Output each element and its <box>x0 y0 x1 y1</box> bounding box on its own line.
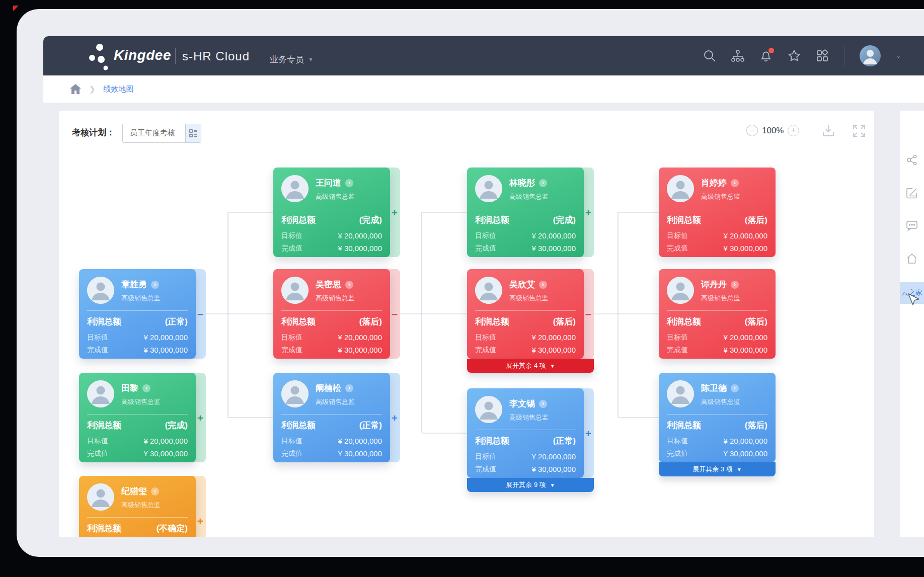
status-badge: (完成) <box>553 214 576 226</box>
metric-label: 利润总额 <box>281 214 316 226</box>
avatar <box>667 380 694 407</box>
expand-rest-button[interactable]: 展开其余 9 项▼ <box>467 478 594 492</box>
org-chart-icon[interactable] <box>731 49 744 62</box>
share-icon[interactable] <box>906 154 918 166</box>
achieved-label: 完成值 <box>667 244 688 253</box>
zoom-out-button[interactable]: − <box>746 125 758 136</box>
star-icon[interactable] <box>788 49 801 62</box>
detail-chevron-icon[interactable]: › <box>345 179 353 187</box>
achieved-value: ¥ 30,000,000 <box>531 346 576 355</box>
plan-list-icon[interactable] <box>185 124 201 142</box>
employee-title: 高级销售总监 <box>701 397 740 406</box>
avatar <box>87 277 114 304</box>
employee-name: 纪猎玺 <box>121 485 147 497</box>
employee-card-orange[interactable]: + 纪猎玺 › 高级销售总监 利润总额 (不确定) <box>79 476 196 537</box>
detail-chevron-icon[interactable]: › <box>539 281 547 289</box>
achieved-value: ¥ 30,000,000 <box>723 449 767 458</box>
employee-name: 田黎 <box>121 382 138 394</box>
user-menu-chevron-icon[interactable]: ⌄ <box>896 52 901 59</box>
detail-chevron-icon[interactable]: › <box>151 281 159 289</box>
yunzhijia-button[interactable]: 云之家 <box>900 282 924 304</box>
target-label: 目标值 <box>87 333 108 342</box>
breadcrumb-current[interactable]: 绩效地图 <box>104 85 134 94</box>
employee-card-blue[interactable]: 陈卫德 › 高级销售总监 利润总额 (落后) 目标值 ¥ 20,000,000 … <box>659 373 776 462</box>
role-menu[interactable]: 业务专员▼ <box>270 54 314 65</box>
employee-card-red[interactable]: − 吴密思 › 高级销售总监 利润总额 (落后) 目 <box>273 269 390 359</box>
achieved-label: 完成值 <box>87 346 108 355</box>
employee-name: 陈卫德 <box>701 382 727 394</box>
employee-card-blue[interactable]: + 阚楠松 › 高级销售总监 利润总额 (正常) 目 <box>273 373 390 462</box>
bell-icon[interactable] <box>759 49 773 62</box>
user-avatar[interactable] <box>860 45 881 66</box>
expand-toggle[interactable]: + <box>585 428 591 439</box>
metric-label: 利润总额 <box>87 420 121 431</box>
expand-toggle[interactable]: + <box>392 413 398 423</box>
plan-select[interactable]: 员工年度考核 <box>122 124 201 143</box>
apps-grid-icon[interactable] <box>816 49 829 62</box>
employee-card-red[interactable]: 肖婷婷 › 高级销售总监 利润总额 (落后) 目标值 ¥ 20,000,000 … <box>659 168 776 257</box>
achieved-value: ¥ 30,000,000 <box>338 244 382 253</box>
expand-toggle[interactable]: + <box>197 413 203 423</box>
fullscreen-icon[interactable] <box>852 124 866 138</box>
expand-rest-button[interactable]: 展开其余 3 项▼ <box>659 462 776 476</box>
employee-card-green[interactable]: + 林晓彤 › 高级销售总监 利润总额 (完成) 目 <box>467 168 584 257</box>
employee-title: 高级销售总监 <box>509 413 549 422</box>
breadcrumb: ❯ 绩效地图 <box>43 75 924 103</box>
employee-name: 章胜勇 <box>121 279 147 290</box>
target-value: ¥ 20,000,000 <box>531 452 576 461</box>
detail-chevron-icon[interactable]: › <box>731 281 739 289</box>
employee-title: 高级销售总监 <box>121 294 161 303</box>
expand-toggle[interactable]: − <box>392 309 398 319</box>
avatar <box>667 175 694 202</box>
metric-label: 利润总额 <box>475 214 509 226</box>
employee-title: 高级销售总监 <box>701 192 740 201</box>
employee-card-green[interactable]: + 田黎 › 高级销售总监 利润总额 (完成) 目标 <box>79 373 196 462</box>
brand-name: Kingdee <box>114 47 171 63</box>
achieved-value: ¥ 30,000,000 <box>531 465 576 474</box>
employee-card-red[interactable]: − 吴欣艾 › 高级销售总监 利润总额 (落后) 目 <box>467 269 584 359</box>
target-label: 目标值 <box>667 333 688 342</box>
caret-down-icon: ▼ <box>308 56 314 62</box>
detail-chevron-icon[interactable]: › <box>731 179 739 187</box>
status-badge: (落后) <box>745 214 767 226</box>
nav-divider <box>844 45 844 66</box>
status-badge: (落后) <box>553 316 576 327</box>
achieved-value: ¥ 30,000,000 <box>143 449 188 458</box>
expand-toggle[interactable]: + <box>585 207 591 218</box>
expand-rest-button[interactable]: 展开其余 4 项▼ <box>467 359 594 373</box>
detail-chevron-icon[interactable]: › <box>142 384 150 392</box>
employee-name: 王问道 <box>316 177 341 189</box>
caret-down-icon: ▼ <box>550 363 555 369</box>
employee-card-red[interactable]: 谭丹丹 › 高级销售总监 利润总额 (落后) 目标值 ¥ 20,000,000 … <box>659 269 776 359</box>
avatar <box>667 277 694 304</box>
metric-label: 利润总额 <box>667 420 701 431</box>
download-icon[interactable] <box>821 124 835 138</box>
expand-toggle[interactable]: − <box>197 309 203 319</box>
status-badge: (落后) <box>745 316 767 327</box>
expand-toggle[interactable]: + <box>197 516 203 526</box>
target-value: ¥ 20,000,000 <box>143 437 188 446</box>
detail-chevron-icon[interactable]: › <box>731 384 739 392</box>
home-outline-icon[interactable] <box>906 253 918 265</box>
expand-toggle[interactable]: + <box>392 207 398 218</box>
employee-name: 肖婷婷 <box>701 177 727 189</box>
target-label: 目标值 <box>475 231 496 240</box>
detail-chevron-icon[interactable]: › <box>345 281 353 289</box>
search-icon[interactable] <box>703 49 716 62</box>
target-label: 目标值 <box>667 231 688 240</box>
detail-chevron-icon[interactable]: › <box>345 384 353 392</box>
employee-title: 高级销售总监 <box>316 294 355 303</box>
home-icon[interactable] <box>70 84 81 94</box>
target-value: ¥ 20,000,000 <box>338 333 382 342</box>
detail-chevron-icon[interactable]: › <box>151 487 159 496</box>
employee-card-blue[interactable]: − 章胜勇 › 高级销售总监 利润总额 (正常) 目 <box>79 269 196 359</box>
detail-chevron-icon[interactable]: › <box>539 179 547 187</box>
detail-chevron-icon[interactable]: › <box>539 400 547 408</box>
zoom-in-button[interactable]: + <box>788 125 799 136</box>
achieved-label: 完成值 <box>281 449 302 458</box>
employee-card-blue[interactable]: + 李文锡 › 高级销售总监 利润总额 (正常) 目 <box>467 388 584 478</box>
edit-icon[interactable] <box>906 187 918 199</box>
comment-icon[interactable] <box>906 219 918 231</box>
expand-toggle[interactable]: − <box>585 309 591 319</box>
employee-card-green[interactable]: + 王问道 › 高级销售总监 利润总额 (完成) 目 <box>273 168 390 257</box>
